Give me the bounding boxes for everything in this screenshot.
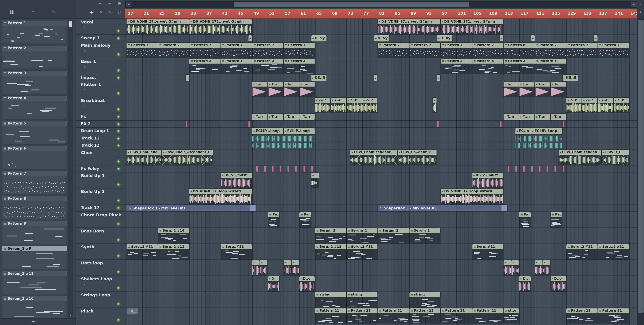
track-header[interactable]: Choir⋯ — [76, 149, 125, 165]
clip[interactable]: ▸K — [374, 74, 378, 81]
detach-icon[interactable]: ✦ — [98, 1, 102, 6]
clip[interactable]: ▸ — [543, 260, 550, 275]
clip[interactable]: ▸DS_VDNB_17..e_wet_G#min — [126, 19, 189, 34]
picker-grid-icon[interactable]: ▥ — [10, 9, 14, 14]
clip[interactable]: ≡Pattern 7 — [126, 42, 158, 58]
track-mute-led[interactable] — [117, 92, 120, 95]
clip[interactable] — [280, 166, 281, 172]
picker-tools-icon[interactable]: ✦ — [31, 9, 35, 14]
grid-icon[interactable]: ▦ — [117, 1, 121, 6]
delete-icon[interactable]: ✕ — [99, 10, 103, 15]
clip[interactable]: ▸KS..5 — [311, 74, 326, 81]
picker-wave-icon[interactable]: ∿ — [52, 9, 56, 14]
clip[interactable]: ▸D.. — [519, 276, 531, 291]
clip[interactable]: ▸ — [248, 35, 252, 41]
vertical-scroll-thumb[interactable] — [638, 20, 644, 313]
clip[interactable]: ▸D..vy — [437, 35, 452, 41]
clip[interactable]: ▸T..n — [268, 114, 283, 120]
track-mute-led[interactable] — [117, 108, 120, 111]
track-mute-led[interactable] — [117, 76, 120, 79]
clip[interactable]: ▸ — [594, 35, 598, 41]
clip[interactable]: ▸ — [504, 260, 511, 275]
clip[interactable] — [303, 166, 305, 172]
track-mute-led[interactable] — [117, 254, 120, 257]
clip[interactable]: ▸ESW_Choi..end — [126, 150, 162, 165]
track-header[interactable]: Build Up 1⋯ — [76, 172, 125, 188]
clip[interactable]: ▸ — [292, 260, 299, 275]
clip[interactable]: ≡Pattern 7 — [190, 42, 220, 58]
scroll-left-icon[interactable]: ◂ — [126, 1, 132, 7]
clip[interactable]: ≡Pattern 7 — [252, 42, 283, 58]
clip[interactable]: ≡Pattern 5 — [472, 58, 503, 74]
clip[interactable]: ≡Serum_2 — [346, 228, 378, 243]
clip[interactable]: ≡Pattern 2 — [504, 58, 535, 74]
clip[interactable]: ▸EC..p — [516, 128, 531, 134]
pattern-item[interactable]: ≡Pattern 7 — [2, 171, 67, 195]
track-mute-led[interactable] — [117, 160, 120, 163]
clip[interactable] — [437, 121, 438, 127]
clip[interactable]: ≡Pattern 7 — [535, 42, 566, 58]
pattern-item[interactable]: ≡Pattern 8 — [2, 196, 67, 220]
clip[interactable] — [562, 121, 564, 127]
clip[interactable] — [272, 166, 274, 172]
clip[interactable] — [539, 166, 540, 172]
scroll-right-corner-icon[interactable]: ▸ — [637, 0, 644, 8]
clip[interactable]: ≡Pattern 7 — [472, 42, 503, 58]
clip[interactable]: ≡Serum_2 — [378, 228, 409, 243]
pattern-item[interactable]: ≡Serum_2 #9 — [2, 246, 67, 270]
track-header[interactable]: Main melody⋯ — [76, 42, 125, 58]
clip[interactable] — [508, 166, 509, 172]
clip[interactable]: ≡string — [346, 292, 378, 307]
clip[interactable]: ▸7..P — [582, 98, 597, 113]
clip[interactable]: ≡Pattern 7 — [598, 42, 629, 58]
clip[interactable]: ▸7..P — [614, 98, 629, 113]
track-mute-led[interactable] — [117, 286, 120, 289]
track-mute-led[interactable] — [117, 29, 120, 32]
clip[interactable] — [562, 166, 564, 172]
link-icon[interactable]: ∞ — [108, 1, 111, 6]
clip[interactable]: ≡Pattern 7 — [378, 42, 409, 58]
clip[interactable]: ▸D..o — [300, 276, 314, 291]
clip[interactable]: ≡Pa.. — [268, 212, 279, 227]
clip[interactable] — [288, 166, 289, 172]
clip[interactable]: ▸DS_VDNB_172.._wet_G#min — [441, 19, 503, 34]
clip[interactable]: ≡Seru..#11 — [221, 244, 252, 259]
clip[interactable]: ≡Seru..2 #11 — [158, 244, 189, 259]
clip[interactable]: ▸ — [531, 35, 535, 41]
clip[interactable]: ≡Pa.. — [300, 212, 311, 227]
clip[interactable]: ≡Pattern 21 — [566, 308, 598, 323]
clip[interactable]: ▸DS_V.._must — [221, 173, 252, 188]
clip[interactable]: ≡Seru..2 #11 — [126, 244, 158, 259]
clip[interactable]: ▸T... — [504, 82, 519, 97]
track-mute-led[interactable] — [117, 270, 120, 273]
clip[interactable]: ▸7..P — [346, 98, 362, 113]
clip[interactable]: ▸7..P — [362, 98, 378, 113]
track-mute-led[interactable] — [117, 122, 120, 125]
pattern-item[interactable]: ≡Pattern 5 — [2, 121, 67, 145]
track-header[interactable]: Sweep 1 — [76, 35, 125, 42]
clip[interactable]: ≡Pa.. — [551, 212, 562, 227]
clip[interactable]: ≡Pattern 5 — [221, 58, 252, 74]
clip[interactable]: ≡Pattern 21 — [378, 308, 409, 323]
track-header[interactable]: Fx — [76, 113, 125, 120]
clip[interactable] — [248, 121, 250, 127]
clip[interactable]: ▸ECLIP..Loop — [531, 128, 562, 134]
clip[interactable]: ≡Pattern 21 — [315, 308, 346, 323]
pattern-item[interactable]: ≡Pattern 4 — [2, 96, 67, 120]
clip[interactable]: ≡string — [315, 292, 346, 307]
clip[interactable]: ▸ESW..t_C — [602, 150, 629, 165]
clip[interactable]: ≡Pattern 21 — [410, 308, 440, 323]
clip[interactable]: ▸T..n — [300, 114, 314, 120]
timeline-ruler[interactable]: 1721252933374145495357616569737781858993… — [125, 9, 637, 19]
track-header[interactable]: Flutter 1⋯ — [76, 81, 125, 97]
clip[interactable]: ▸ — [284, 260, 291, 275]
track-mute-led[interactable] — [117, 303, 120, 305]
clip[interactable] — [516, 135, 562, 142]
clip[interactable]: ▸ECLIP..Loop — [284, 128, 315, 134]
track-header[interactable]: Synth⋯ — [76, 244, 125, 260]
clip[interactable]: ≡Serum_2 — [410, 228, 440, 243]
clip[interactable]: ▸T..n — [284, 114, 299, 120]
clip[interactable]: ≡string — [410, 292, 440, 307]
track-mute-led[interactable] — [117, 207, 120, 209]
clip[interactable]: ▸DS_VDNB_172.._wet_G#min — [190, 19, 252, 34]
